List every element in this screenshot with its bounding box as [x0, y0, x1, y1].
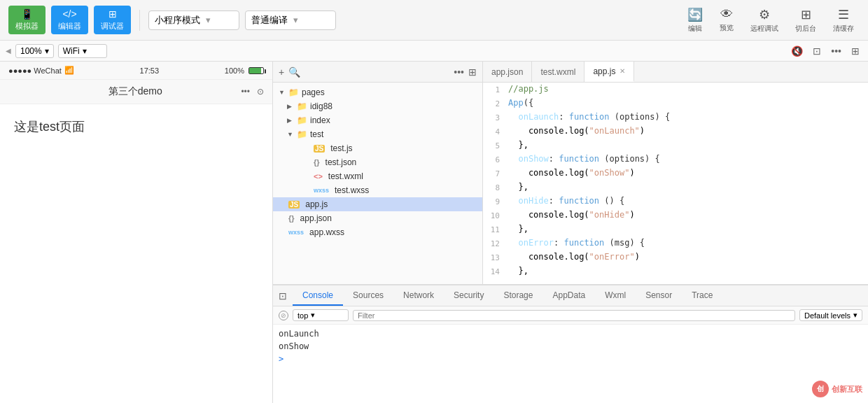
code-line-9: 9 onHide: function () {: [483, 195, 868, 208]
devtools-tab-storage[interactable]: Storage: [493, 285, 542, 306]
console-line-onshow: onShow: [279, 340, 862, 353]
tab-app-js-close[interactable]: ✕: [620, 67, 625, 75]
devtools-tab-appdata[interactable]: AppData: [542, 285, 595, 306]
devtools-tab-storage-label: Storage: [503, 290, 533, 300]
test-wxml-label: test.wxml: [328, 171, 363, 181]
test-wxss-icon: wxss: [314, 187, 329, 194]
phone-page-title: 第三个demo: [108, 85, 162, 98]
filter-input[interactable]: [353, 310, 795, 321]
sep1: [139, 10, 140, 31]
phone-menu-icon[interactable]: •••: [241, 87, 250, 97]
file-tree-test-wxml[interactable]: <> test.wxml: [273, 169, 482, 183]
dock-icon[interactable]: ⊞: [848, 45, 862, 57]
console-prompt-arrow[interactable]: >: [279, 354, 284, 364]
code-line-14: 14 },: [483, 264, 868, 278]
file-tree-test[interactable]: ▼ 📁 test: [273, 127, 482, 141]
debugger-label: 调试器: [101, 21, 124, 31]
preview-label: 预览: [720, 23, 734, 33]
editor-tabs: app.json test.wxml app.js ✕: [483, 62, 868, 83]
cut-log-btn[interactable]: ⊞ 切后台: [790, 6, 822, 35]
devtools-tab-sources[interactable]: Sources: [343, 285, 393, 306]
devtools-tab-sensor[interactable]: Sensor: [636, 285, 682, 306]
tab-test-wxml-label: test.wxml: [540, 67, 575, 77]
more-file-icon[interactable]: •••: [454, 66, 464, 78]
file-tree-app-wxss[interactable]: wxss app.wxss: [273, 225, 482, 239]
devtools-tab-security[interactable]: Security: [444, 285, 493, 306]
tab-app-js-label: app.js: [593, 66, 615, 76]
clear-cache-icon: ☰: [838, 7, 849, 22]
devtools-tab-sensor-label: Sensor: [645, 290, 672, 300]
simulator-btn[interactable]: 📱 模拟器: [8, 6, 46, 34]
pages-label: pages: [302, 87, 325, 97]
levels-select[interactable]: Default levels ▾: [799, 309, 862, 321]
add-file-icon[interactable]: +: [279, 66, 284, 78]
mute-icon[interactable]: 🔇: [788, 45, 806, 57]
file-tree-test-wxss[interactable]: wxss test.wxss: [273, 183, 482, 197]
tab-app-js[interactable]: app.js ✕: [584, 62, 634, 82]
cut-log-label: 切后台: [795, 24, 816, 34]
compile-btn[interactable]: 🔄 编辑: [682, 6, 708, 35]
mode-select[interactable]: 小程序模式 ▾: [148, 10, 239, 30]
context-arrow: ▾: [311, 311, 315, 320]
zoom-value: 100%: [20, 46, 42, 56]
main-area: ●●●●● WeChat 📶 17:53 100% 第三个demo ••• ⊙ …: [0, 62, 868, 403]
wifi-icon: 📶: [64, 66, 74, 75]
battery-fill: [249, 68, 261, 73]
code-line-4: 4 console.log("onLaunch"): [483, 125, 868, 139]
expand-icon[interactable]: ⊡: [810, 45, 824, 57]
console-onlaunch-text: onLaunch: [279, 329, 319, 339]
file-tree-app-js[interactable]: JS app.js: [273, 197, 482, 211]
tab-app-json-label: app.json: [491, 67, 523, 77]
code-line-3: 3 onLaunch: function (options) {: [483, 111, 868, 125]
file-tree-app-json[interactable]: {} app.json: [273, 211, 482, 225]
devtools-tab-trace[interactable]: Trace: [682, 285, 722, 306]
search-file-icon[interactable]: 🔍: [288, 66, 300, 78]
levels-value: Default levels: [804, 311, 850, 320]
phone-header-icons: ••• ⊙: [241, 87, 264, 97]
file-tree-test-json[interactable]: {} test.json: [273, 155, 482, 169]
phone-status-left: ●●●●● WeChat 📶: [8, 66, 74, 75]
code-line-1: 1 //app.js: [483, 83, 868, 97]
code-line-12: 12 onError: function (msg) {: [483, 236, 868, 250]
split-icon[interactable]: ⊞: [468, 66, 477, 78]
test-js-label: test.js: [330, 143, 352, 153]
clear-cache-btn[interactable]: ☰ 清缓存: [827, 6, 860, 35]
preview-btn[interactable]: 👁 预览: [714, 6, 739, 34]
context-select[interactable]: top ▾: [293, 309, 349, 321]
remote-debug-btn[interactable]: ⚙ 远程调试: [745, 6, 784, 35]
network-select[interactable]: WiFi ▾: [58, 44, 107, 58]
phone-home-icon[interactable]: ⊙: [257, 87, 264, 97]
file-tree-pages[interactable]: ▼ 📁 pages: [273, 85, 482, 99]
devtools-tab-network[interactable]: Network: [393, 285, 444, 306]
watermark-text: 创新互联: [832, 384, 862, 395]
inspect-icon[interactable]: ⊡: [279, 290, 287, 302]
watermark: 创 创新互联: [812, 381, 862, 397]
tab-app-json[interactable]: app.json: [483, 62, 532, 82]
editor-label: 编辑器: [58, 21, 81, 31]
file-tree-test-js[interactable]: JS test.js: [273, 141, 482, 155]
block-requests-btn[interactable]: ⊘: [279, 311, 288, 320]
watermark-logo: 创: [812, 381, 829, 397]
devtools-tab-console[interactable]: Console: [293, 285, 343, 306]
editor-icon: </>: [62, 8, 76, 20]
debugger-btn[interactable]: ⊞ 调试器: [94, 6, 131, 34]
file-tree-index[interactable]: ▶ 📁 index: [273, 113, 482, 127]
phone-content: 这是test页面: [0, 104, 272, 403]
tab-test-wxml[interactable]: test.wxml: [532, 62, 584, 82]
more-icon[interactable]: •••: [828, 45, 844, 57]
devtools-tab-wxml[interactable]: Wxml: [595, 285, 636, 306]
app-wxss-icon: wxss: [288, 229, 304, 236]
devtools-tab-sources-label: Sources: [353, 290, 384, 300]
pages-folder-icon: 📁: [288, 87, 299, 97]
zoom-select[interactable]: 100% ▾: [15, 44, 54, 58]
idig88-folder-icon: 📁: [297, 101, 307, 111]
phone-time: 17:53: [140, 66, 160, 75]
phone-panel: ●●●●● WeChat 📶 17:53 100% 第三个demo ••• ⊙ …: [0, 62, 273, 403]
simulator-label: 模拟器: [15, 21, 38, 31]
compile-select[interactable]: 普通编译 ▾: [245, 10, 336, 30]
nav-back-btn[interactable]: ◀: [6, 47, 11, 55]
file-tree-idig88[interactable]: ▶ 📁 idig88: [273, 99, 482, 113]
editor-btn[interactable]: </> 编辑器: [51, 6, 88, 34]
preview-icon: 👁: [720, 7, 733, 22]
pages-arrow: ▼: [279, 89, 286, 96]
